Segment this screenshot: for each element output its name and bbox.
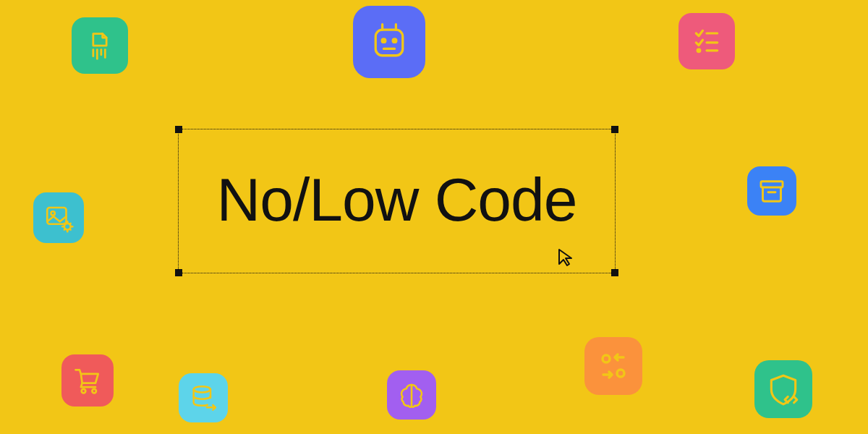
tile-checklist[interactable] (678, 13, 735, 69)
checklist-icon (691, 25, 723, 57)
tile-shred[interactable] (72, 17, 128, 74)
tile-cart[interactable] (61, 354, 114, 407)
svg-line-21 (64, 224, 65, 224)
shield-code-icon (765, 371, 801, 407)
svg-line-24 (69, 224, 70, 224)
selection-bounding-box[interactable]: No/Low Code (178, 129, 616, 273)
resize-handle-bottom-left[interactable] (175, 269, 182, 276)
swap-icon (596, 349, 631, 383)
svg-point-32 (603, 355, 610, 362)
tile-swap[interactable] (584, 337, 642, 395)
tile-brain[interactable] (387, 370, 436, 420)
tile-image-settings[interactable] (33, 192, 84, 243)
svg-point-29 (194, 386, 210, 392)
resize-handle-bottom-right[interactable] (611, 269, 618, 276)
svg-rect-6 (375, 30, 403, 56)
tile-archive[interactable] (747, 166, 796, 216)
archive-box-icon (757, 176, 786, 205)
shred-icon (84, 30, 116, 61)
resize-handle-top-left[interactable] (175, 126, 182, 133)
svg-point-7 (382, 39, 386, 43)
svg-line-23 (64, 229, 65, 229)
robot-icon (367, 20, 411, 64)
database-export-icon (189, 383, 218, 412)
tile-robot[interactable] (353, 6, 425, 78)
resize-handle-top-right[interactable] (611, 126, 618, 133)
svg-point-13 (697, 49, 700, 52)
svg-point-27 (82, 389, 86, 393)
svg-point-15 (51, 211, 55, 215)
cursor-pointer-icon (557, 248, 574, 270)
brain-icon (396, 380, 427, 410)
tile-shield-code[interactable] (754, 360, 812, 418)
tile-database[interactable] (179, 373, 228, 422)
svg-point-28 (92, 389, 96, 393)
image-settings-icon (43, 203, 74, 233)
svg-rect-25 (761, 182, 783, 187)
svg-point-8 (393, 39, 396, 43)
svg-line-22 (69, 229, 70, 229)
heading-text: No/Low Code (179, 165, 615, 235)
svg-rect-14 (47, 208, 66, 224)
shopping-cart-icon (72, 365, 103, 396)
svg-point-33 (617, 370, 624, 377)
